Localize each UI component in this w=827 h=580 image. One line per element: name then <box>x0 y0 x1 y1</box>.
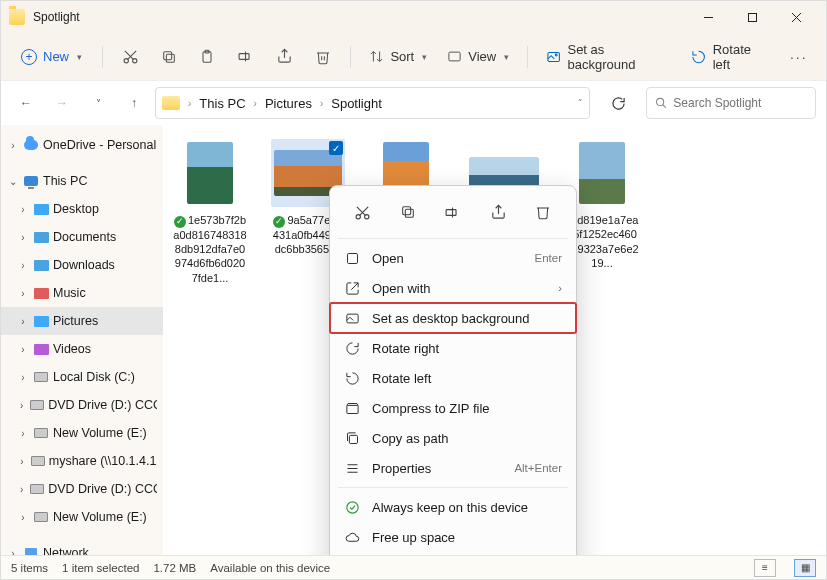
sidebar-item-desktop[interactable]: ›Desktop <box>1 195 163 223</box>
breadcrumb-spotlight[interactable]: Spotlight <box>327 94 386 113</box>
sidebar-item-downloads[interactable]: ›Downloads <box>1 251 163 279</box>
ctx-always-keep[interactable]: Always keep on this device <box>330 492 576 522</box>
ctx-copy-path[interactable]: Copy as path <box>330 423 576 453</box>
open-with-icon <box>344 280 360 296</box>
svg-rect-30 <box>447 209 457 215</box>
disc-icon <box>30 484 44 494</box>
ctx-rename-button[interactable] <box>439 198 467 226</box>
ctx-delete-button[interactable] <box>529 198 557 226</box>
refresh-button[interactable] <box>602 87 634 119</box>
context-menu: OpenEnter Open with› Set as desktop back… <box>329 185 577 555</box>
rotate-right-icon <box>344 340 360 356</box>
file-item[interactable]: ✓1e573b7f2ba0d8167483188db912dfa7e0974d6… <box>173 139 247 285</box>
checkbox-checked-icon[interactable]: ✓ <box>329 141 343 155</box>
background-icon <box>344 310 360 326</box>
sidebar-item-thispc[interactable]: ⌄This PC <box>1 167 163 195</box>
sidebar-item-newvol1[interactable]: ›New Volume (E:) <box>1 419 163 447</box>
delete-button[interactable] <box>306 41 341 73</box>
ctx-properties[interactable]: PropertiesAlt+Enter <box>330 453 576 483</box>
titlebar: Spotlight <box>1 1 826 33</box>
back-button[interactable]: ← <box>11 88 41 118</box>
sidebar-item-music[interactable]: ›Music <box>1 279 163 307</box>
cut-button[interactable] <box>113 41 148 73</box>
breadcrumb-pictures[interactable]: Pictures <box>261 94 316 113</box>
ctx-share-button[interactable] <box>484 198 512 226</box>
breadcrumb-thispc[interactable]: This PC <box>195 94 249 113</box>
sidebar-item-onedrive[interactable]: ›OneDrive - Personal <box>1 131 163 159</box>
properties-icon <box>344 460 360 476</box>
sidebar-item-pictures[interactable]: ›Pictures <box>1 307 163 335</box>
sidebar-item-network[interactable]: ›Network <box>1 539 163 555</box>
ctx-cut-button[interactable] <box>349 198 377 226</box>
svg-rect-33 <box>347 253 357 263</box>
view-button[interactable]: View ▾ <box>439 43 517 70</box>
chevron-down-icon: ▾ <box>77 52 82 62</box>
close-button[interactable] <box>774 2 818 32</box>
sidebar-item-newvol2[interactable]: ›New Volume (E:) <box>1 503 163 531</box>
address-bar[interactable]: › This PC › Pictures › Spotlight ˅ <box>155 87 590 119</box>
svg-rect-8 <box>166 54 174 62</box>
drive-icon <box>34 372 48 382</box>
set-bg-label: Set as background <box>567 42 671 72</box>
chevron-down-icon[interactable]: ˅ <box>578 98 583 108</box>
paste-button[interactable] <box>190 41 225 73</box>
new-label: New <box>43 49 69 64</box>
status-size: 1.72 MB <box>153 562 196 574</box>
ctx-open-with[interactable]: Open with› <box>330 273 576 303</box>
maximize-button[interactable] <box>730 2 774 32</box>
svg-point-41 <box>346 501 357 512</box>
status-bar: 5 items 1 item selected 1.72 MB Availabl… <box>1 555 826 579</box>
share-button[interactable] <box>267 41 302 73</box>
search-box[interactable] <box>646 87 816 119</box>
new-button[interactable]: + New ▾ <box>11 43 92 71</box>
documents-icon <box>34 232 49 243</box>
view-label: View <box>468 49 496 64</box>
forward-button[interactable]: → <box>47 88 77 118</box>
svg-rect-12 <box>240 54 250 60</box>
ctx-rotate-left[interactable]: Rotate left <box>330 363 576 393</box>
sidebar: ›OneDrive - Personal ⌄This PC ›Desktop ›… <box>1 125 163 555</box>
folder-icon <box>9 9 25 25</box>
sidebar-item-documents[interactable]: ›Documents <box>1 223 163 251</box>
disc-icon <box>30 400 44 410</box>
search-input[interactable] <box>673 96 807 110</box>
status-available: Available on this device <box>210 562 330 574</box>
recent-dropdown[interactable]: ˅ <box>83 88 113 118</box>
network-icon <box>25 548 37 555</box>
window-title: Spotlight <box>33 10 80 24</box>
desktop-icon <box>34 204 49 215</box>
cloud-icon <box>24 140 38 150</box>
rotate-left-icon <box>691 49 706 65</box>
videos-icon <box>34 344 49 355</box>
rotate-left-button[interactable]: Rotate left <box>683 36 777 78</box>
sort-button[interactable]: Sort ▾ <box>361 43 435 70</box>
svg-rect-37 <box>349 435 357 443</box>
sidebar-item-localc[interactable]: ›Local Disk (C:) <box>1 363 163 391</box>
toolbar: + New ▾ Sort ▾ View ▾ Set as background <box>1 33 826 81</box>
view-grid-button[interactable]: ▦ <box>794 559 816 577</box>
ctx-compress-zip[interactable]: Compress to ZIP file <box>330 393 576 423</box>
ctx-free-up-space[interactable]: Free up space <box>330 522 576 552</box>
sidebar-item-videos[interactable]: ›Videos <box>1 335 163 363</box>
status-items: 5 items <box>11 562 48 574</box>
ctx-open[interactable]: OpenEnter <box>330 243 576 273</box>
rename-button[interactable] <box>229 41 264 73</box>
ctx-onedrive[interactable]: OneDrive› <box>330 552 576 555</box>
sidebar-item-myshare[interactable]: ›myshare (\\10.1.4.173) ( <box>1 447 163 475</box>
sidebar-item-dvd2[interactable]: ›DVD Drive (D:) CCCOMA <box>1 475 163 503</box>
view-list-button[interactable]: ≡ <box>754 559 776 577</box>
minimize-button[interactable] <box>686 2 730 32</box>
navbar: ← → ˅ ↑ › This PC › Pictures › Spotlight… <box>1 81 826 125</box>
cloud-icon <box>344 529 360 545</box>
ctx-rotate-right[interactable]: Rotate right <box>330 333 576 363</box>
svg-rect-36 <box>346 405 357 413</box>
more-button[interactable]: ··· <box>781 41 816 73</box>
copy-button[interactable] <box>152 41 187 73</box>
ctx-set-desktop-background[interactable]: Set as desktop background <box>330 303 576 333</box>
sidebar-item-dvd1[interactable]: ›DVD Drive (D:) CCCOMA <box>1 391 163 419</box>
ctx-copy-button[interactable] <box>394 198 422 226</box>
set-background-button[interactable]: Set as background <box>538 36 679 78</box>
svg-point-22 <box>657 98 664 105</box>
up-button[interactable]: ↑ <box>119 88 149 118</box>
music-icon <box>34 288 49 299</box>
